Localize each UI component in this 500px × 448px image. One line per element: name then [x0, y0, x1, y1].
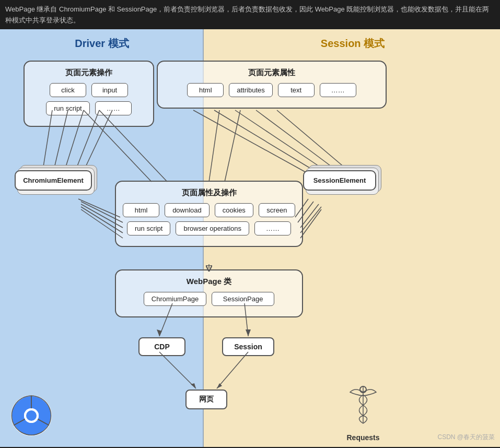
page-attrs-ops-group: 页面属性及操作 html download cookies screen run…	[115, 181, 303, 247]
html-attr-button: html	[187, 83, 224, 97]
input-button: input	[91, 83, 128, 97]
ops-ellipsis-button: ……	[254, 221, 291, 235]
chrome-logo	[10, 395, 52, 439]
webpage-node: 网页	[185, 390, 227, 409]
driver-mode-title: Driver 模式	[16, 37, 188, 51]
page-element-ops-title: 页面元素操作	[31, 68, 147, 78]
run-script-button: run script	[46, 101, 89, 115]
html-ops-button: html	[123, 203, 159, 217]
attrs-ellipsis-button: ……	[320, 83, 356, 97]
webpage-class-group: WebPage 类 ChromiumPage SessionPage	[115, 269, 303, 317]
chromium-element-label: ChromiumElement	[15, 170, 92, 191]
session-mode-title: Session 模式	[225, 37, 481, 51]
webpage-class-title: WebPage 类	[122, 277, 296, 287]
top-description: WebPage 继承自 ChromiumPage 和 SessionPage，前…	[0, 0, 500, 29]
cdp-box: CDP	[138, 337, 185, 356]
session-page-button: SessionPage	[212, 292, 274, 306]
chromium-page-button: ChromiumPage	[144, 292, 206, 306]
browser-ops-button: browser operations	[176, 221, 249, 235]
svg-point-4	[26, 410, 37, 421]
attributes-button: attributes	[229, 83, 272, 97]
requests-label: Requests	[340, 433, 387, 442]
run-script-ops-button: run script	[127, 221, 170, 235]
screen-button: screen	[259, 203, 295, 217]
requests-logo: Requests	[340, 384, 387, 442]
click-button: click	[50, 83, 86, 97]
session-element-stack: SessionElement	[303, 170, 376, 191]
session-element-label: SessionElement	[303, 170, 376, 191]
chromium-element-stack: ChromiumElement	[15, 170, 92, 191]
watermark: CSDN @春天的菠菜	[437, 433, 495, 442]
page-element-ops-group: 页面元素操作 click input run script ……	[24, 61, 154, 127]
ellipsis-button: ……	[95, 101, 132, 115]
page-element-attrs-group: 页面元素属性 html attributes text ……	[157, 61, 387, 109]
cookies-button: cookies	[215, 203, 253, 217]
page-element-attrs-title: 页面元素属性	[164, 68, 379, 78]
download-button: download	[165, 203, 210, 217]
page-attrs-ops-title: 页面属性及操作	[122, 188, 296, 198]
session-box: Session	[222, 337, 274, 356]
text-button: text	[278, 83, 315, 97]
